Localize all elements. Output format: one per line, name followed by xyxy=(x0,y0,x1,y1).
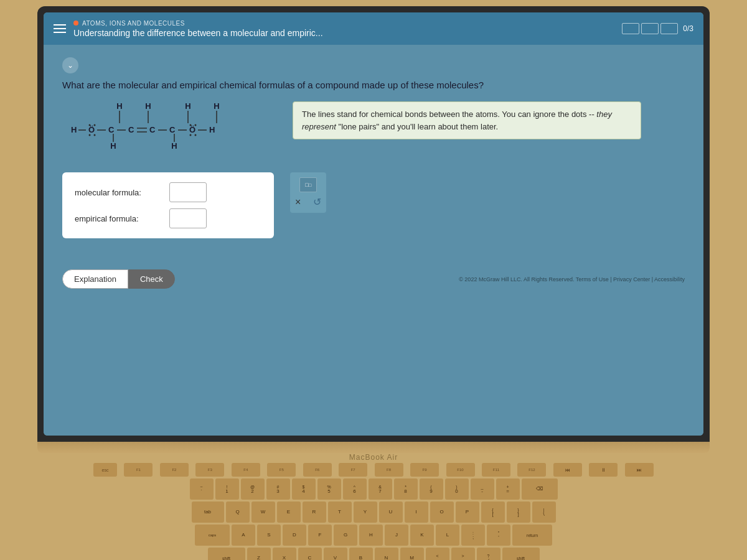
key-0[interactable]: )0 xyxy=(445,478,469,500)
function-row: esc F1 F2 F3 F4 F5 F6 F7 F8 F9 F10 F11 F… xyxy=(93,463,654,477)
key-q[interactable]: Q xyxy=(226,502,250,523)
key-f[interactable]: F xyxy=(308,525,332,546)
key-t[interactable]: T xyxy=(328,502,352,523)
molecule-area: H H H H xyxy=(62,101,685,160)
f3-key[interactable]: F3 xyxy=(195,463,224,477)
key-x[interactable]: X xyxy=(273,548,296,560)
key-b[interactable]: B xyxy=(349,548,373,560)
molecule-svg: H H H H xyxy=(62,101,274,157)
key-d[interactable]: D xyxy=(283,525,306,546)
f6-key[interactable]: F6 xyxy=(303,463,332,477)
media-next-key[interactable]: ⏭ xyxy=(625,463,654,477)
laptop-bottom-bar xyxy=(37,442,710,453)
key-lbracket[interactable]: {[ xyxy=(481,502,505,523)
asdf-row: caps A S D F G H J K L :; "' return xyxy=(93,525,654,546)
left-shift-key[interactable]: shift xyxy=(208,548,245,560)
enter-key[interactable]: return xyxy=(512,525,552,546)
key-v[interactable]: V xyxy=(324,548,347,560)
key-8[interactable]: *8 xyxy=(394,478,418,500)
svg-point-35 xyxy=(195,134,197,136)
f8-key[interactable]: F8 xyxy=(375,463,403,477)
key-semicolon[interactable]: :; xyxy=(461,525,485,546)
key-comma[interactable]: <, xyxy=(426,548,449,560)
caps-lock-key[interactable]: caps xyxy=(195,525,230,546)
f1-key[interactable]: F1 xyxy=(124,463,153,477)
chevron-down-button[interactable]: ⌄ xyxy=(62,57,78,73)
tab-key[interactable]: tab xyxy=(192,502,224,523)
key-h[interactable]: H xyxy=(359,525,383,546)
key-y[interactable]: Y xyxy=(354,502,377,523)
key-quote[interactable]: "' xyxy=(487,525,510,546)
main-content: ⌄ What are the molecular and empirical c… xyxy=(44,45,703,436)
svg-point-31 xyxy=(94,134,96,136)
esc-key[interactable]: esc xyxy=(93,463,117,477)
f7-key[interactable]: F7 xyxy=(339,463,367,477)
key-m[interactable]: M xyxy=(400,548,424,560)
backspace-key[interactable]: ⌫ xyxy=(522,478,558,500)
svg-text:C: C xyxy=(108,125,115,134)
molecular-formula-label: molecular formula: xyxy=(75,188,162,197)
key-i[interactable]: I xyxy=(405,502,428,523)
hamburger-menu[interactable] xyxy=(54,24,66,33)
subject-dot xyxy=(73,21,78,26)
subscript-button[interactable]: □□ xyxy=(299,177,317,192)
key-z[interactable]: Z xyxy=(247,548,271,560)
key-k[interactable]: K xyxy=(410,525,434,546)
molecular-formula-input[interactable] xyxy=(169,182,207,202)
key-r[interactable]: R xyxy=(303,502,326,523)
key-rbracket[interactable]: }] xyxy=(507,502,530,523)
svg-point-34 xyxy=(190,134,192,136)
key-equals[interactable]: += xyxy=(496,478,520,500)
right-shift-key[interactable]: shift xyxy=(502,548,540,560)
svg-text:H: H xyxy=(71,125,77,134)
key-e[interactable]: E xyxy=(277,502,301,523)
clear-button[interactable]: × xyxy=(295,197,301,208)
explanation-button[interactable]: Explanation xyxy=(62,269,128,289)
key-2[interactable]: @2 xyxy=(241,478,265,500)
key-1[interactable]: !1 xyxy=(215,478,239,500)
key-u[interactable]: U xyxy=(379,502,403,523)
key-7[interactable]: &7 xyxy=(369,478,392,500)
action-buttons: Explanation Check xyxy=(62,269,175,289)
svg-text:H: H xyxy=(209,125,215,134)
key-l[interactable]: L xyxy=(436,525,459,546)
key-backslash[interactable]: |\ xyxy=(532,502,556,523)
molecule-diagram: H H H H xyxy=(62,101,274,160)
key-w[interactable]: W xyxy=(251,502,275,523)
subject-label: ATOMS, IONS AND MOLECULES xyxy=(73,20,614,27)
key-c[interactable]: C xyxy=(298,548,322,560)
key-s[interactable]: S xyxy=(257,525,281,546)
f10-key[interactable]: F10 xyxy=(446,463,475,477)
key-slash[interactable]: ?/ xyxy=(477,548,500,560)
key-9[interactable]: (9 xyxy=(420,478,443,500)
f11-key[interactable]: F11 xyxy=(482,463,510,477)
check-button[interactable]: Check xyxy=(128,269,175,289)
key-j[interactable]: J xyxy=(385,525,408,546)
key-p[interactable]: P xyxy=(456,502,479,523)
key-n[interactable]: N xyxy=(375,548,398,560)
media-back-key[interactable]: ⏮ xyxy=(553,463,582,477)
screen: ATOMS, IONS AND MOLECULES Understanding … xyxy=(44,12,703,436)
key-period[interactable]: >. xyxy=(451,548,475,560)
media-play-key[interactable]: ⏸ xyxy=(589,463,618,477)
key-o[interactable]: O xyxy=(430,502,454,523)
empirical-formula-input[interactable] xyxy=(169,208,207,228)
f5-key[interactable]: F5 xyxy=(267,463,296,477)
key-g[interactable]: G xyxy=(334,525,357,546)
key-backtick[interactable]: ~` xyxy=(190,478,214,500)
f9-key[interactable]: F9 xyxy=(410,463,439,477)
key-4[interactable]: $4 xyxy=(292,478,316,500)
f12-key[interactable]: F12 xyxy=(517,463,546,477)
svg-point-32 xyxy=(190,124,192,126)
key-3[interactable]: #3 xyxy=(266,478,290,500)
tooltip-text: The lines stand for chemical bonds betwe… xyxy=(302,110,596,119)
svg-text:C: C xyxy=(149,125,156,134)
key-5[interactable]: %5 xyxy=(317,478,341,500)
f2-key[interactable]: F2 xyxy=(160,463,189,477)
key-minus[interactable]: _- xyxy=(471,478,494,500)
content-footer: Explanation Check © 2022 McGraw Hill LLC… xyxy=(62,251,685,289)
undo-button[interactable]: ↺ xyxy=(313,196,321,208)
f4-key[interactable]: F4 xyxy=(232,463,260,477)
key-6[interactable]: ^6 xyxy=(343,478,367,500)
key-a[interactable]: A xyxy=(232,525,255,546)
